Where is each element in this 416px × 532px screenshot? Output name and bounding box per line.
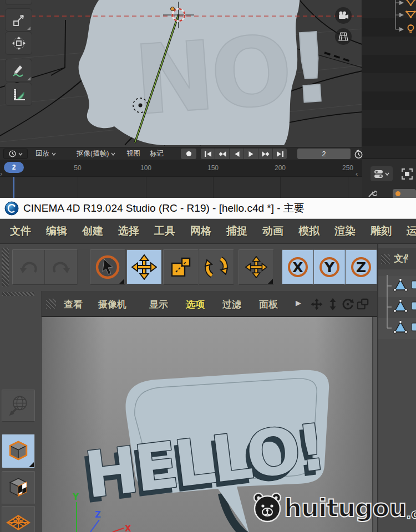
play-icon [248,151,255,157]
panel-grip[interactable] [381,254,390,264]
chevron-down-icon [111,152,115,156]
menu-overflow-arrow[interactable]: ▶ [296,299,301,307]
toggle-grid-button[interactable] [335,28,352,45]
object-origin-dot [171,7,175,11]
last-tool-button[interactable] [239,249,274,285]
flyout-corner [27,77,31,80]
menu-item-select[interactable]: 选择 [118,224,139,238]
camera-view-icon [338,11,349,20]
menu-label: 抠像(插帧) [77,149,109,158]
ruler-tick: 150 [207,164,219,172]
play-reverse-button[interactable] [230,149,243,159]
vp-menu-filter[interactable]: 过滤 [222,298,241,311]
workplane-mode-button[interactable] [2,506,35,532]
toolbar-grip[interactable] [2,292,34,296]
timeline-ruler[interactable]: 50 100 150 200 250 2 ‹ › [0,160,362,176]
object-manager-header[interactable]: 文件 [378,248,416,269]
transform-tool-icon [12,36,26,50]
bear-logo-icon [251,490,284,525]
workplane-icon [6,510,31,532]
editor-type-button[interactable] [371,166,393,181]
frame-gridline [348,177,348,198]
timeline-playhead[interactable]: 2 [4,162,24,173]
blender-3d-viewport[interactable]: NO! [0,0,362,147]
om-menu-file[interactable]: 文件 [394,252,408,265]
viewport-menu-bar: 查看 摄像机 显示 选项 过滤 面板 ▶ [42,291,377,317]
axis-z-icon: Z [349,255,373,279]
move-tool-button[interactable] [126,249,162,285]
menu-marker[interactable]: 标记 [148,149,166,159]
timeline-editor-type-button[interactable] [3,149,28,159]
toggle-camera-view-button[interactable] [335,7,352,24]
menu-item-animate[interactable]: 动画 [262,224,283,238]
toggle-panel-button[interactable] [356,297,369,311]
svg-text:Z: Z [356,259,366,275]
menu-item-mesh[interactable]: 网格 [190,224,211,238]
menu-item-mograph[interactable]: 运 [407,224,416,238]
texture-mode-button[interactable] [2,471,35,504]
mesh-triangle-icon [405,0,416,6]
current-frame-field[interactable]: 2 [297,149,351,159]
vp-menu-display[interactable]: 显示 [149,298,168,311]
menu-item-sculpt[interactable]: 雕刻 [371,224,392,238]
bubble-text-no: NO! [131,12,333,136]
svg-text:X: X [292,259,303,275]
title-bar[interactable]: CINEMA 4D R19.024 Studio (RC - R19) - [h… [0,198,416,219]
last-tool-move-icon [245,256,267,278]
auto-keying-record-button[interactable] [181,149,196,159]
playhead-line[interactable] [13,177,14,198]
undo-button[interactable] [13,250,45,284]
tool-move-button[interactable] [6,0,32,4]
rotate-tool-button[interactable] [199,249,234,285]
ruler-tick: 100 [140,164,151,172]
menu-playback[interactable]: 回放 [33,149,58,159]
play-button[interactable] [244,149,258,159]
scale-tool-button[interactable] [163,249,199,285]
menu-item-simulate[interactable]: 模拟 [298,224,319,238]
menu-item-edit[interactable]: 编辑 [46,224,67,238]
undo-icon [18,257,40,277]
maximize-editor-button[interactable] [401,168,413,182]
menu-item-file[interactable]: 文件 [10,224,31,238]
menu-item-snap[interactable]: 捕捉 [226,224,247,238]
toolbar-grip[interactable] [2,248,9,287]
next-keyframe-button[interactable] [258,149,272,159]
rotate-view-icon [342,298,354,310]
prev-keyframe-button[interactable] [215,149,229,159]
menu-view[interactable]: 视图 [124,149,143,159]
lock-y-axis-button[interactable]: Y [313,249,345,285]
main-menu-bar: 文件 编辑 创建 选择 工具 网格 捕捉 动画 模拟 渲染 雕刻 运 [0,219,416,244]
record-icon [186,151,192,157]
menu-keying[interactable]: 抠像(插帧) [74,149,118,159]
pan-view-button[interactable] [310,297,323,311]
lock-z-axis-button[interactable]: Z [345,249,377,285]
lock-x-axis-button[interactable]: X [282,249,313,285]
blender-outliner[interactable] [362,0,416,159]
vp-menu-options[interactable]: 选项 [186,298,205,311]
vp-menu-cameras[interactable]: 摄像机 [98,298,126,311]
vp-menu-view[interactable]: 查看 [64,298,83,311]
tool-annotate-button[interactable] [6,59,32,81]
redo-icon [50,257,72,277]
live-selection-button[interactable] [90,249,125,285]
tool-measure-button[interactable] [6,83,32,105]
make-editable-button[interactable] [2,390,35,422]
tool-scale-button[interactable] [6,9,32,31]
menu-item-render[interactable]: 渲染 [334,224,356,238]
vp-menu-panel[interactable]: 面板 [259,298,278,311]
jump-start-button[interactable] [201,149,215,159]
menu-item-tools[interactable]: 工具 [154,224,175,238]
rotate-view-button[interactable] [341,297,354,311]
id-name-field[interactable] [393,189,416,198]
jump-end-button[interactable] [273,149,287,159]
axis-x-icon: X [286,255,310,279]
model-mode-button[interactable] [2,434,35,468]
timeline-tracks[interactable] [0,176,362,198]
menu-item-create[interactable]: 创建 [82,224,103,238]
zoom-view-button[interactable] [326,297,339,311]
pan-icon [311,298,323,310]
grid-icon [338,32,349,41]
panel-grip[interactable] [46,299,56,309]
tool-transform-button[interactable] [6,32,32,54]
redo-button[interactable] [45,250,77,284]
